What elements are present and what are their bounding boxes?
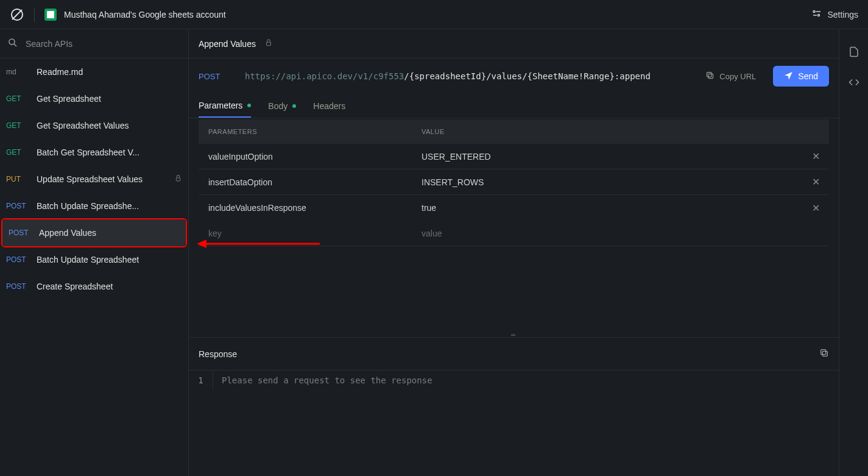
- app-logo: [10, 7, 24, 22]
- api-label: Get Spreadsheet Values: [37, 121, 182, 130]
- sidebar-item-7[interactable]: POSTBatch Update Spreadsheet: [0, 246, 188, 273]
- search-icon: [7, 37, 18, 51]
- tab-body[interactable]: Body: [268, 94, 296, 118]
- new-param-key-input[interactable]: [208, 229, 412, 238]
- param-key[interactable]: insertDataOption: [199, 177, 412, 187]
- settings-icon: [811, 8, 822, 21]
- tab-label: Headers: [313, 101, 345, 111]
- api-label: Batch Update Spreadshe...: [37, 201, 182, 211]
- svg-rect-8: [176, 178, 180, 181]
- param-value[interactable]: INSERT_ROWS: [412, 177, 802, 187]
- param-row: insertDataOptionINSERT_ROWS✕: [199, 169, 829, 195]
- copy-url-label: Copy URL: [719, 72, 756, 81]
- sidebar-item-1[interactable]: GETGet Spreadsheet: [0, 85, 188, 112]
- send-icon: [784, 71, 793, 82]
- lock-icon: [174, 174, 182, 185]
- url-base: https://api.apico.dev/v1/c9f553: [245, 71, 404, 81]
- delete-param-button[interactable]: ✕: [812, 177, 820, 187]
- sidebar: mdReadme.mdGETGet SpreadsheetGETGet Spre…: [0, 29, 189, 476]
- url-row: POST https://api.apico.dev/v1/c9f553/{sp…: [189, 59, 839, 94]
- api-method: POST: [6, 202, 37, 210]
- main-panel: Append Values POST https://api.apico.dev…: [189, 29, 839, 476]
- delete-param-button[interactable]: ✕: [812, 203, 820, 213]
- response-body: 1 Please send a request to see the respo…: [189, 370, 839, 390]
- params-header-value: VALUE: [412, 128, 829, 135]
- resize-handle[interactable]: ═: [189, 332, 839, 337]
- api-method: PUT: [6, 175, 37, 183]
- api-method: GET: [6, 121, 37, 130]
- account-title: Musthaq Ahamad's Google sheets account: [64, 10, 226, 20]
- sheets-icon: [44, 9, 57, 21]
- lock-icon: [264, 38, 273, 49]
- svg-point-4: [818, 15, 820, 16]
- api-method: POST: [6, 282, 37, 291]
- svg-rect-10: [708, 74, 713, 79]
- svg-rect-11: [707, 73, 712, 77]
- header: Musthaq Ahamad's Google sheets account S…: [0, 0, 868, 29]
- response-placeholder: Please send a request to see the respons…: [213, 371, 441, 390]
- api-label: Readme.md: [37, 67, 182, 77]
- sidebar-item-6[interactable]: POSTAppend Values: [2, 219, 186, 246]
- url-method: POST: [199, 72, 235, 81]
- search-row: [0, 29, 188, 59]
- copy-response-button[interactable]: [819, 348, 829, 360]
- tab-headers[interactable]: Headers: [313, 94, 345, 118]
- sidebar-item-4[interactable]: PUTUpdate Spreadsheet Values: [0, 166, 188, 193]
- params-header: PARAMETERS VALUE: [199, 119, 829, 144]
- new-param-row: [199, 221, 829, 246]
- sidebar-item-3[interactable]: GETBatch Get Spreadsheet V...: [0, 139, 188, 166]
- param-row: valueInputOptionUSER_ENTERED✕: [199, 144, 829, 169]
- response-line-number: 1: [189, 371, 213, 390]
- copy-icon: [705, 71, 715, 82]
- params-header-key: PARAMETERS: [199, 128, 412, 135]
- new-param-value-input[interactable]: [422, 229, 802, 238]
- svg-point-2: [813, 11, 815, 13]
- sidebar-item-5[interactable]: POSTBatch Update Spreadshe...: [0, 193, 188, 219]
- svg-line-7: [14, 44, 16, 46]
- docs-icon[interactable]: [849, 46, 859, 60]
- tab-label: Parameters: [199, 101, 242, 110]
- response-title: Response: [199, 349, 237, 359]
- code-icon[interactable]: [849, 77, 859, 90]
- right-bar: [839, 29, 868, 476]
- api-method: GET: [6, 148, 37, 157]
- svg-rect-12: [822, 351, 827, 356]
- active-dot-icon: [292, 104, 296, 108]
- sidebar-item-8[interactable]: POSTCreate Spreadsheet: [0, 273, 188, 300]
- search-input[interactable]: [26, 39, 181, 49]
- settings-label: Settings: [827, 10, 858, 20]
- settings-button[interactable]: Settings: [811, 8, 858, 21]
- tab-label: Body: [268, 101, 288, 111]
- page-title: Append Values: [199, 39, 256, 49]
- api-method: md: [6, 68, 37, 76]
- param-key[interactable]: valueInputOption: [199, 152, 412, 162]
- url-path: /{spreadsheetId}/values/{SheetName!Range…: [404, 71, 651, 81]
- param-value[interactable]: USER_ENTERED: [412, 152, 802, 162]
- response-header: Response: [189, 337, 839, 370]
- sidebar-item-0[interactable]: mdReadme.md: [0, 59, 188, 85]
- api-label: Create Spreadsheet: [37, 282, 182, 291]
- divider: [34, 7, 35, 22]
- param-value[interactable]: true: [412, 203, 802, 213]
- api-label: Append Values: [39, 228, 180, 238]
- sidebar-item-2[interactable]: GETGet Spreadsheet Values: [0, 112, 188, 139]
- svg-rect-9: [266, 42, 270, 45]
- title-row: Append Values: [189, 29, 839, 59]
- svg-line-1: [12, 10, 22, 20]
- api-method: GET: [6, 94, 37, 103]
- api-label: Batch Update Spreadsheet: [37, 255, 182, 265]
- delete-param-button[interactable]: ✕: [812, 151, 820, 162]
- send-label: Send: [798, 71, 818, 81]
- send-button[interactable]: Send: [773, 66, 829, 87]
- tabs-row: ParametersBodyHeaders: [189, 94, 839, 118]
- api-method: POST: [6, 255, 37, 264]
- active-dot-icon: [247, 104, 251, 107]
- api-label: Batch Get Spreadsheet V...: [37, 147, 182, 157]
- copy-url-button[interactable]: Copy URL: [705, 71, 756, 82]
- tab-parameters[interactable]: Parameters: [199, 94, 251, 118]
- api-label: Get Spreadsheet: [37, 94, 182, 104]
- url-text[interactable]: https://api.apico.dev/v1/c9f553/{spreads…: [245, 71, 696, 81]
- svg-rect-13: [821, 349, 826, 354]
- param-key[interactable]: includeValuesInResponse: [199, 203, 412, 213]
- param-row: includeValuesInResponsetrue✕: [199, 195, 829, 221]
